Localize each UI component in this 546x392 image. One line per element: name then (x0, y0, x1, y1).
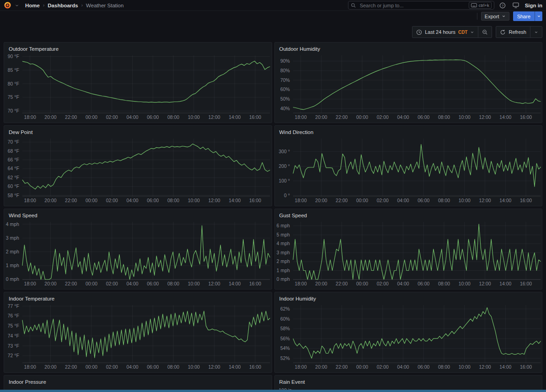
x-axis-tick-label: 08:00 (438, 365, 450, 370)
x-axis-tick-label: 12:00 (208, 281, 220, 286)
y-axis-tick-label: 54% (280, 346, 289, 351)
breadcrumb-separator: › (81, 3, 83, 8)
search-icon (351, 3, 356, 8)
time-series-chart[interactable]: 18:0020:0022:0000:0002:0004:0006:0008:00… (4, 303, 272, 372)
x-axis-tick-label: 02:00 (376, 281, 388, 286)
x-axis-tick-label: 04:00 (126, 281, 138, 286)
x-axis-tick-label: 22:00 (65, 198, 77, 203)
logo-chevron-down-icon[interactable] (15, 3, 19, 8)
x-axis-tick-label: 20:00 (44, 115, 56, 120)
panel-title[interactable]: Dew Point (4, 126, 272, 137)
x-axis-tick-label: 06:00 (147, 365, 159, 370)
search-input-box[interactable]: ctrl+k (348, 1, 494, 10)
x-axis-tick-label: 14:00 (499, 198, 511, 203)
export-button[interactable]: Export (481, 12, 509, 21)
y-axis-tick-label: 66 °F (8, 157, 19, 162)
time-series-chart[interactable]: 18:0020:0022:0000:0002:0004:0006:0008:00… (275, 220, 542, 289)
x-axis-tick-label: 04:00 (397, 115, 409, 120)
x-axis-tick-label: 22:00 (336, 281, 348, 286)
x-axis-tick-label: 16:00 (519, 365, 531, 370)
x-axis-tick-label: 08:00 (438, 198, 450, 203)
x-axis-tick-label: 12:00 (479, 281, 491, 286)
panel-outdoor-humidity: Outdoor Humidity18:0020:0022:0000:0002:0… (274, 42, 543, 123)
dashboard-toolbar: Export Share (0, 11, 546, 21)
x-axis-tick-label: 04:00 (397, 365, 409, 370)
x-axis-tick-label: 10:00 (458, 365, 470, 370)
y-axis-tick-label: 2 mph (6, 249, 19, 254)
x-axis-tick-label: 08:00 (167, 365, 179, 370)
chevron-down-icon (502, 14, 506, 18)
breadcrumb: Home › Dashboards › Weather Station (25, 3, 123, 8)
x-axis-tick-label: 14:00 (229, 365, 241, 370)
panel-title[interactable]: Rain Event (275, 376, 542, 387)
share-button[interactable]: Share (513, 11, 535, 21)
y-axis-tick-label: 64 °F (8, 166, 19, 171)
dashboard-panel-grid: Outdoor Temperature18:0020:0022:0000:000… (0, 42, 546, 392)
panel-title[interactable]: Outdoor Humidity (275, 43, 542, 54)
panel-title[interactable]: Indoor Pressure (4, 376, 272, 387)
refresh-button[interactable]: Refresh (496, 27, 530, 38)
x-axis-tick-label: 04:00 (126, 198, 138, 203)
time-series-chart[interactable]: 18:0020:0022:0000:0002:0004:0006:0008:00… (4, 54, 272, 123)
x-axis-tick-label: 14:00 (229, 198, 241, 203)
x-axis-tick-label: 18:00 (294, 198, 306, 203)
y-axis-tick-label: 50% (280, 97, 289, 102)
help-button[interactable]: ? (498, 1, 508, 10)
sign-in-button[interactable]: Sign in (525, 3, 542, 8)
bottom-edge-indicator (0, 390, 546, 392)
x-axis-tick-label: 18:00 (294, 365, 306, 370)
panel-wind-direction: Wind Direction18:0020:0022:0000:0002:000… (274, 125, 543, 206)
time-series-chart[interactable]: 18:0020:0022:0000:0002:0004:0006:0008:00… (4, 137, 272, 206)
x-axis-tick-label: 00:00 (356, 115, 368, 120)
x-axis-tick-label: 16:00 (249, 365, 261, 370)
time-series-chart[interactable]: 18:0020:0022:0000:0002:0004:0006:0008:00… (275, 303, 542, 372)
x-axis-tick-label: 06:00 (418, 365, 429, 370)
x-axis-tick-label: 16:00 (519, 281, 531, 286)
time-series-chart[interactable]: 18:0020:0022:0000:0002:0004:0006:0008:00… (275, 54, 542, 123)
question-circle-icon: ? (499, 2, 506, 9)
x-axis-tick-label: 22:00 (336, 198, 348, 203)
y-axis-tick-label: 76 °F (8, 313, 19, 318)
refresh-interval-button[interactable] (530, 27, 542, 38)
x-axis-tick-label: 12:00 (479, 115, 491, 120)
panel-title[interactable]: Gust Speed (275, 209, 542, 220)
y-axis-tick-label: 62% (280, 306, 289, 311)
panel-title[interactable]: Indoor Temperature (4, 292, 272, 303)
search-input[interactable] (359, 2, 466, 9)
x-axis-tick-label: 18:00 (24, 281, 36, 286)
share-menu-button[interactable] (535, 11, 542, 21)
time-range-picker[interactable]: Last 24 hours CDT (412, 27, 478, 38)
x-axis-tick-label: 06:00 (147, 115, 159, 120)
chevron-down-icon (470, 30, 474, 34)
x-axis-tick-label: 14:00 (229, 115, 241, 120)
y-axis-tick-label: 52% (280, 356, 289, 361)
panel-title[interactable]: Wind Speed (4, 209, 272, 220)
y-axis-tick-label: 60 °F (8, 184, 19, 189)
y-axis-tick-label: 90 °F (8, 54, 19, 59)
y-axis-tick-label: 40% (280, 106, 289, 111)
panel-title[interactable]: Indoor Humidity (275, 292, 542, 303)
x-axis-tick-label: 18:00 (24, 198, 36, 203)
x-axis-tick-label: 18:00 (24, 365, 36, 370)
y-axis-tick-label: 62 °F (8, 175, 19, 180)
x-axis-tick-label: 12:00 (208, 115, 220, 120)
x-axis-tick-label: 18:00 (294, 281, 306, 286)
breadcrumb-dashboards[interactable]: Dashboards (48, 3, 78, 8)
news-button[interactable] (511, 1, 521, 10)
panel-indoor-temperature: Indoor Temperature18:0020:0022:0000:0002… (4, 292, 272, 373)
panel-dew-point: Dew Point18:0020:0022:0000:0002:0004:000… (4, 125, 272, 206)
x-axis-tick-label: 00:00 (86, 281, 97, 286)
keyboard-icon (471, 3, 477, 7)
time-series-chart[interactable]: 18:0020:0022:0000:0002:0004:0006:0008:00… (4, 220, 272, 289)
zoom-out-button[interactable] (478, 27, 492, 38)
panel-title[interactable]: Wind Direction (275, 126, 542, 137)
x-axis-tick-label: 10:00 (188, 115, 200, 120)
grafana-logo[interactable] (4, 1, 11, 9)
x-axis-tick-label: 06:00 (418, 281, 429, 286)
panel-title[interactable]: Outdoor Temperature (4, 43, 272, 54)
time-series-chart[interactable]: 18:0020:0022:0000:0002:0004:0006:0008:00… (275, 137, 542, 206)
breadcrumb-home[interactable]: Home (25, 3, 40, 8)
x-axis-tick-label: 12:00 (208, 198, 220, 203)
x-axis-tick-label: 02:00 (106, 365, 118, 370)
x-axis-tick-label: 22:00 (65, 281, 77, 286)
